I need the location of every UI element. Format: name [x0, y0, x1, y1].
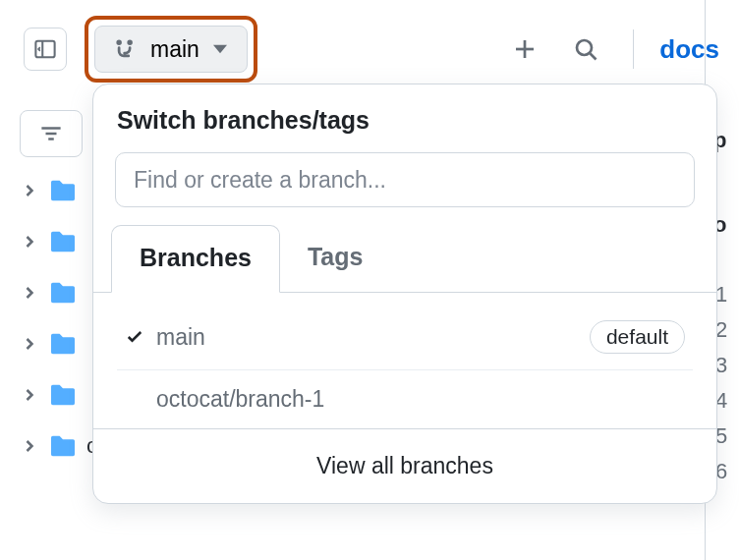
- filter-button[interactable]: [20, 110, 83, 157]
- branch-selector-button[interactable]: main: [94, 26, 248, 73]
- popover-title: Switch branches/tags: [93, 106, 716, 152]
- branch-list: main default octocat/branch-1: [93, 293, 716, 428]
- branch-switcher-popover: Switch branches/tags Branches Tags main …: [92, 84, 717, 504]
- tab-branches[interactable]: Branches: [111, 225, 280, 293]
- sidebar-toggle-button[interactable]: [24, 28, 67, 71]
- git-branch-icon: [115, 38, 137, 60]
- search-button[interactable]: [564, 28, 607, 71]
- check-icon: [125, 327, 144, 347]
- chevron-right-icon: [20, 181, 39, 200]
- branch-search-input[interactable]: [115, 152, 695, 207]
- view-all-branches-link[interactable]: View all branches: [93, 428, 716, 503]
- branch-selector-label: main: [150, 36, 199, 63]
- tab-tags[interactable]: Tags: [280, 225, 391, 292]
- caret-down-icon: [213, 42, 227, 56]
- branch-item[interactable]: octocat/branch-1: [117, 370, 693, 428]
- branch-item[interactable]: main default: [117, 305, 693, 370]
- svg-line-5: [591, 54, 597, 60]
- chevron-right-icon: [20, 283, 39, 303]
- folder-icon: [49, 230, 77, 253]
- folder-icon: [49, 332, 77, 356]
- chevron-right-icon: [20, 385, 39, 405]
- default-badge: default: [590, 320, 685, 354]
- chevron-right-icon: [20, 334, 39, 354]
- add-button[interactable]: [503, 28, 546, 71]
- folder-icon: [49, 179, 77, 202]
- filter-icon: [40, 125, 62, 142]
- popover-tabs: Branches Tags: [93, 225, 716, 293]
- search-icon: [574, 37, 597, 61]
- plus-icon: [513, 37, 537, 61]
- divider: [633, 29, 634, 69]
- chevron-right-icon: [20, 232, 39, 252]
- folder-icon: [49, 281, 77, 305]
- folder-icon: [49, 383, 77, 407]
- chevron-right-icon: [20, 436, 39, 456]
- branch-button-highlight: main: [85, 16, 257, 83]
- panel-collapse-icon: [34, 38, 56, 60]
- svg-point-4: [577, 40, 592, 55]
- folder-icon: [49, 434, 77, 458]
- branch-name: main: [156, 324, 205, 351]
- branch-name: octocat/branch-1: [156, 386, 324, 413]
